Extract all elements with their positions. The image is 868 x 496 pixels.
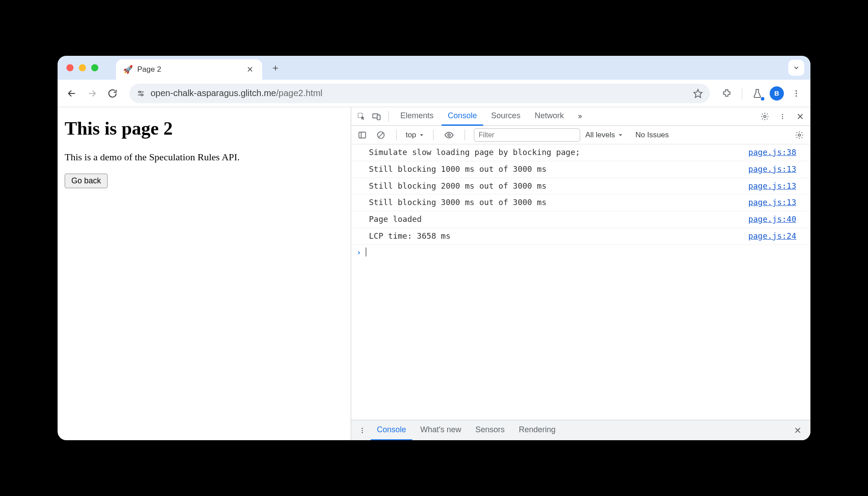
log-message: Page loaded bbox=[369, 213, 748, 226]
log-message: Still blocking 3000 ms out of 3000 ms bbox=[369, 196, 748, 209]
log-message: Simulate slow loading page by blocking p… bbox=[369, 146, 748, 159]
prompt-caret-icon: › bbox=[356, 248, 361, 257]
svg-point-17 bbox=[782, 118, 783, 119]
browser-window: 🚀 Page 2 ✕ ＋ open-chalk-asparagus.glitch… bbox=[58, 56, 810, 440]
tab-title: Page 2 bbox=[137, 65, 240, 74]
drawer-tab-sensors[interactable]: Sensors bbox=[469, 420, 511, 441]
window-minimize-button[interactable] bbox=[79, 64, 86, 71]
text-cursor bbox=[366, 248, 366, 256]
devtools-close-icon[interactable] bbox=[794, 110, 807, 123]
console-toolbar: top All levels No Issues bbox=[351, 126, 810, 144]
tab-search-button[interactable] bbox=[788, 60, 804, 76]
drawer-close-icon[interactable]: ✕ bbox=[790, 425, 806, 436]
labs-button[interactable] bbox=[749, 85, 765, 101]
svg-point-15 bbox=[782, 114, 783, 115]
page-viewport: This is page 2 This is a demo of the Spe… bbox=[58, 107, 351, 440]
tab-close-button[interactable]: ✕ bbox=[245, 63, 255, 76]
log-source-link[interactable]: page.js:38 bbox=[748, 146, 805, 159]
console-settings-icon[interactable] bbox=[793, 128, 806, 142]
clear-console-icon[interactable] bbox=[374, 128, 388, 142]
log-source-link[interactable]: page.js:24 bbox=[748, 230, 805, 243]
svg-marker-24 bbox=[420, 134, 423, 136]
log-message: Still blocking 1000 ms out of 3000 ms bbox=[369, 163, 748, 176]
log-source-link[interactable]: page.js:40 bbox=[748, 213, 805, 226]
drawer-menu-icon[interactable] bbox=[356, 424, 369, 437]
svg-point-3 bbox=[139, 91, 140, 93]
devtools-tab-console[interactable]: Console bbox=[442, 107, 483, 126]
devtools-tab-sources[interactable]: Sources bbox=[485, 107, 527, 126]
devtools-drawer: Console What's new Sensors Rendering ✕ bbox=[351, 420, 810, 440]
svg-point-14 bbox=[764, 115, 766, 117]
console-log-row: LCP time: 3658 mspage.js:24 bbox=[351, 228, 810, 245]
console-filter-input[interactable] bbox=[474, 128, 580, 142]
drawer-tab-console[interactable]: Console bbox=[371, 420, 412, 441]
live-expression-icon[interactable] bbox=[442, 128, 456, 142]
log-source-link[interactable]: page.js:13 bbox=[748, 196, 805, 209]
chrome-menu-button[interactable] bbox=[788, 85, 804, 101]
devtools-panel: Elements Console Sources Network bbox=[351, 107, 810, 440]
log-source-link[interactable]: page.js:13 bbox=[748, 163, 805, 176]
profile-avatar[interactable]: B bbox=[770, 86, 784, 101]
issues-counter[interactable]: No Issues bbox=[636, 131, 669, 140]
svg-marker-26 bbox=[619, 134, 622, 136]
console-log-row: Still blocking 1000 ms out of 3000 mspag… bbox=[351, 161, 810, 178]
new-tab-button[interactable]: ＋ bbox=[267, 59, 284, 77]
console-log-row: Still blocking 2000 ms out of 3000 mspag… bbox=[351, 178, 810, 195]
back-button[interactable] bbox=[64, 85, 80, 101]
browser-tab[interactable]: 🚀 Page 2 ✕ bbox=[116, 59, 262, 80]
log-source-link[interactable]: page.js:13 bbox=[748, 180, 805, 193]
bookmark-star-icon[interactable] bbox=[693, 89, 703, 98]
url-text: open-chalk-asparagus.glitch.me/page2.htm… bbox=[151, 88, 688, 98]
tab-strip: 🚀 Page 2 ✕ ＋ bbox=[58, 56, 810, 80]
svg-line-23 bbox=[379, 133, 383, 137]
drawer-tab-rendering[interactable]: Rendering bbox=[513, 420, 562, 441]
console-log-row: Still blocking 3000 ms out of 3000 mspag… bbox=[351, 194, 810, 211]
devtools-tab-network[interactable]: Network bbox=[528, 107, 570, 126]
console-log-row: Page loadedpage.js:40 bbox=[351, 211, 810, 228]
reload-button[interactable] bbox=[105, 85, 120, 101]
svg-point-8 bbox=[795, 90, 797, 91]
device-toolbar-icon[interactable] bbox=[370, 110, 383, 123]
svg-rect-20 bbox=[359, 132, 366, 138]
devtools-settings-icon[interactable] bbox=[758, 110, 771, 123]
tab-favicon-icon: 🚀 bbox=[123, 65, 133, 74]
devtools-tab-elements[interactable]: Elements bbox=[394, 107, 440, 126]
svg-point-28 bbox=[362, 428, 363, 429]
drawer-tab-whatsnew[interactable]: What's new bbox=[414, 420, 467, 441]
toolbar-divider bbox=[742, 87, 742, 100]
go-back-button[interactable]: Go back bbox=[65, 174, 108, 188]
svg-point-16 bbox=[782, 116, 783, 117]
svg-point-9 bbox=[795, 93, 797, 94]
console-context-selector[interactable]: top bbox=[406, 131, 424, 140]
inspect-element-icon[interactable] bbox=[355, 110, 368, 123]
svg-point-5 bbox=[141, 94, 143, 96]
page-heading: This is page 2 bbox=[65, 118, 344, 139]
browser-toolbar: open-chalk-asparagus.glitch.me/page2.htm… bbox=[58, 80, 810, 107]
page-paragraph: This is a demo of the Speculation Rules … bbox=[65, 151, 344, 163]
svg-rect-13 bbox=[377, 115, 380, 120]
console-sidebar-toggle-icon[interactable] bbox=[356, 128, 369, 142]
devtools-more-tabs-button[interactable] bbox=[572, 113, 588, 120]
devtools-menu-icon[interactable] bbox=[776, 110, 789, 123]
svg-point-27 bbox=[798, 134, 801, 136]
extensions-button[interactable] bbox=[719, 85, 735, 101]
console-prompt[interactable]: › bbox=[351, 245, 810, 260]
address-bar[interactable]: open-chalk-asparagus.glitch.me/page2.htm… bbox=[129, 84, 710, 103]
svg-marker-6 bbox=[694, 89, 702, 97]
site-settings-icon[interactable] bbox=[136, 89, 145, 98]
window-controls bbox=[66, 64, 98, 71]
svg-point-29 bbox=[362, 430, 363, 431]
log-message: Still blocking 2000 ms out of 3000 ms bbox=[369, 180, 748, 193]
content-area: This is page 2 This is a demo of the Spe… bbox=[58, 107, 810, 440]
svg-point-30 bbox=[362, 432, 363, 433]
devtools-tabbar: Elements Console Sources Network bbox=[351, 107, 810, 126]
window-close-button[interactable] bbox=[66, 64, 74, 71]
log-levels-selector[interactable]: All levels bbox=[585, 131, 623, 140]
svg-point-25 bbox=[448, 134, 450, 136]
log-message: LCP time: 3658 ms bbox=[369, 230, 748, 243]
console-log-area: Simulate slow loading page by blocking p… bbox=[351, 144, 810, 420]
svg-point-10 bbox=[795, 95, 797, 97]
console-log-row: Simulate slow loading page by blocking p… bbox=[351, 144, 810, 161]
forward-button[interactable] bbox=[84, 85, 100, 101]
window-maximize-button[interactable] bbox=[91, 64, 98, 71]
